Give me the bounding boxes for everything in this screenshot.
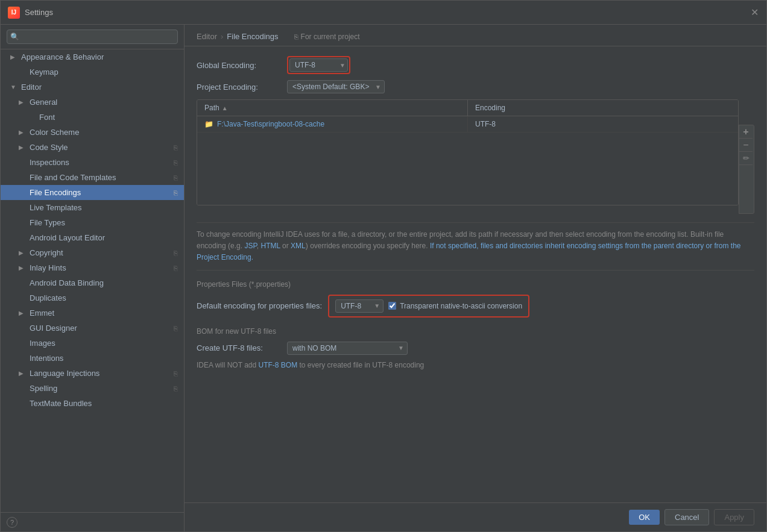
- sidebar-item-duplicates[interactable]: Duplicates: [1, 290, 184, 305]
- sidebar-item-images[interactable]: Images: [1, 336, 184, 351]
- footer: OK Cancel Apply: [185, 502, 766, 531]
- bom-select[interactable]: with NO BOM with BOM: [287, 342, 408, 355]
- sidebar-item-copyright[interactable]: ▶ Copyright ⎘: [1, 245, 184, 260]
- sidebar-item-intentions[interactable]: Intentions: [1, 351, 184, 366]
- remove-row-button[interactable]: −: [739, 139, 753, 152]
- sidebar-item-android-layout-editor[interactable]: Android Layout Editor: [1, 230, 184, 245]
- sidebar-item-label: Intentions: [30, 354, 63, 363]
- help-button[interactable]: ?: [7, 517, 17, 528]
- path-column-header[interactable]: Path ▲: [197, 100, 468, 116]
- bom-note-accent: UTF-8 BOM: [258, 361, 297, 369]
- sidebar-item-inspections[interactable]: Inspections ⎘: [1, 155, 184, 170]
- copy-icon: ⎘: [174, 249, 178, 257]
- project-encoding-label: Project Encoding:: [197, 83, 281, 92]
- sidebar-item-file-code-templates[interactable]: File and Code Templates ⎘: [1, 170, 184, 185]
- bom-dropdown-wrapper: with NO BOM with BOM ▼: [287, 342, 408, 355]
- sidebar-item-code-style[interactable]: ▶ Code Style ⎘: [1, 140, 184, 155]
- global-encoding-select[interactable]: UTF-8 UTF-16 ISO-8859-1: [289, 58, 348, 72]
- default-encoding-row: Default encoding for properties files: U…: [197, 295, 754, 318]
- sidebar-item-live-templates[interactable]: Live Templates: [1, 200, 184, 215]
- main-content: 🔍 ▶ Appearance & Behavior Keymap ▼: [1, 25, 766, 531]
- cancel-button[interactable]: Cancel: [664, 509, 709, 525]
- sidebar-item-label: Language Injections: [30, 369, 99, 378]
- properties-section-title: Properties Files (*.properties): [197, 280, 754, 289]
- sidebar-item-spelling[interactable]: Spelling ⎘: [1, 381, 184, 396]
- chevron-right-icon: ▶: [19, 144, 27, 151]
- create-utf8-row: Create UTF-8 files: with NO BOM with BOM…: [197, 342, 754, 355]
- sidebar-item-language-injections[interactable]: ▶ Language Injections ⎘: [1, 366, 184, 381]
- table-row[interactable]: 📁 F:\Java-Test\springboot-08-cache UTF-8: [197, 116, 738, 133]
- add-row-button[interactable]: +: [739, 125, 753, 139]
- encoding-cell: UTF-8: [468, 116, 738, 132]
- sidebar-item-label: General: [30, 98, 57, 107]
- sidebar-item-label: Spelling: [30, 384, 57, 393]
- apply-button[interactable]: Apply: [714, 509, 754, 525]
- bom-note-suffix: to every created file in UTF-8 encoding: [297, 361, 424, 369]
- sidebar-item-label: File Types: [30, 218, 65, 227]
- transparent-conversion-label: Transparent native-to-ascii conversion: [388, 302, 522, 310]
- project-encoding-row: Project Encoding: <System Default: GBK> …: [197, 80, 754, 93]
- copy-icon: ⎘: [174, 370, 178, 377]
- encoding-column-header[interactable]: Encoding: [468, 100, 738, 116]
- sidebar-item-emmet[interactable]: ▶ Emmet: [1, 305, 184, 321]
- sort-asc-icon: ▲: [222, 105, 228, 111]
- default-encoding-label: Default encoding for properties files:: [197, 301, 322, 310]
- sidebar-item-label: Code Style: [30, 143, 68, 152]
- close-button[interactable]: ✕: [750, 8, 759, 17]
- copy-icon: ⎘: [174, 144, 178, 151]
- sidebar-bottom: ?: [1, 512, 184, 531]
- sidebar-item-color-scheme[interactable]: ▶ Color Scheme: [1, 125, 184, 140]
- sidebar-item-android-data-binding[interactable]: Android Data Binding: [1, 275, 184, 290]
- sidebar-item-label: Android Layout Editor: [30, 233, 105, 242]
- ok-button[interactable]: OK: [629, 510, 660, 525]
- transparent-conversion-checkbox[interactable]: [388, 302, 396, 310]
- chevron-right-icon: ▶: [19, 264, 27, 271]
- title-bar: IJ Settings ✕: [1, 1, 766, 25]
- info-text: To change encoding IntelliJ IDEA uses fo…: [197, 222, 754, 271]
- global-encoding-row: Global Encoding: UTF-8 UTF-16 ISO-8859-1…: [197, 56, 754, 74]
- create-utf8-label: Create UTF-8 files:: [197, 343, 281, 352]
- search-input[interactable]: [7, 30, 178, 44]
- sidebar-item-label: Copyright: [30, 248, 63, 257]
- highlight-html: HTML: [261, 242, 280, 250]
- search-wrapper: 🔍: [7, 30, 178, 44]
- breadcrumb-sep: ›: [221, 32, 223, 41]
- settings-window: IJ Settings ✕ 🔍 ▶ Appearance & Behavior: [0, 0, 767, 532]
- sidebar-item-textmate-bundles[interactable]: TextMate Bundles: [1, 396, 184, 411]
- sidebar: 🔍 ▶ Appearance & Behavior Keymap ▼: [1, 25, 185, 531]
- properties-encoding-highlighted: UTF-8 UTF-16 ▼ Transparent native-to-asc…: [328, 295, 529, 318]
- sidebar-item-label: Editor: [21, 83, 42, 92]
- search-icon: 🔍: [10, 33, 19, 41]
- edit-row-button[interactable]: ✏: [739, 152, 753, 165]
- copy-icon: ⎘: [174, 385, 178, 392]
- copy-small-icon: ⎘: [294, 33, 298, 40]
- table-empty-area: [197, 133, 738, 205]
- sidebar-item-inlay-hints[interactable]: ▶ Inlay Hints ⎘: [1, 260, 184, 275]
- app-icon: IJ: [8, 7, 20, 19]
- highlight-xml: XML: [291, 242, 306, 250]
- sidebar-item-appearance-behavior[interactable]: ▶ Appearance & Behavior: [1, 49, 184, 64]
- sidebar-item-keymap[interactable]: Keymap: [1, 64, 184, 80]
- sidebar-item-gui-designer[interactable]: GUI Designer ⎘: [1, 321, 184, 336]
- project-encoding-select[interactable]: <System Default: GBK> UTF-8: [287, 80, 385, 93]
- copy-icon: ⎘: [174, 264, 178, 272]
- sidebar-item-label: Inlay Hints: [30, 263, 66, 272]
- properties-encoding-wrapper: UTF-8 UTF-16 ▼: [335, 299, 384, 313]
- sidebar-item-label: Emmet: [30, 308, 54, 318]
- table-header: Path ▲ Encoding: [197, 100, 738, 116]
- sidebar-item-label: Inspections: [30, 158, 69, 167]
- properties-encoding-select[interactable]: UTF-8 UTF-16: [335, 299, 384, 313]
- sidebar-item-label: Font: [39, 113, 55, 122]
- sidebar-item-label: Keymap: [30, 67, 58, 77]
- sidebar-item-label: GUI Designer: [30, 324, 77, 333]
- sidebar-item-file-types[interactable]: File Types: [1, 215, 184, 230]
- table-toolbar: + − ✏: [739, 125, 754, 214]
- sidebar-item-font[interactable]: Font: [1, 110, 184, 125]
- chevron-right-icon: ▶: [19, 129, 27, 136]
- breadcrumb-editor: Editor: [197, 32, 217, 41]
- sidebar-item-label: Images: [30, 339, 55, 348]
- folder-icon: 📁: [204, 120, 213, 128]
- sidebar-item-editor[interactable]: ▼ Editor: [1, 80, 184, 95]
- sidebar-item-file-encodings[interactable]: File Encodings ⎘: [1, 185, 184, 200]
- sidebar-item-general[interactable]: ▶ General: [1, 95, 184, 110]
